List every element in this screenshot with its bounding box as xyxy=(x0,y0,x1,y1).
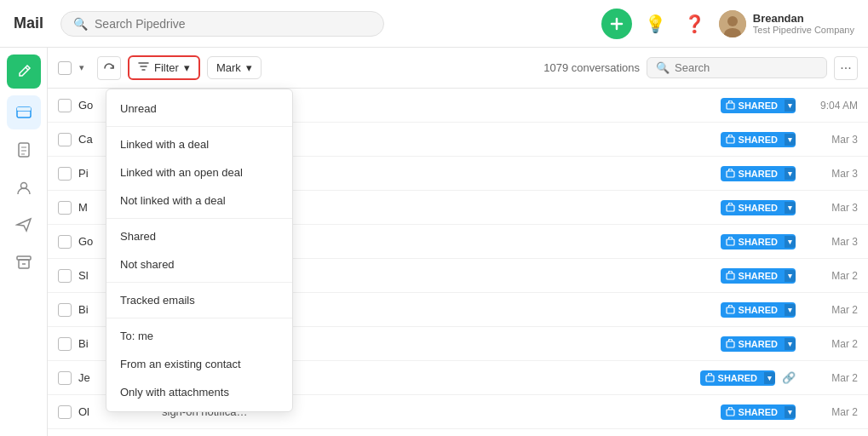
mark-button[interactable]: Mark ▾ xyxy=(207,56,262,79)
app-title: Mail xyxy=(14,14,43,32)
svg-rect-14 xyxy=(727,273,734,279)
email-checkbox[interactable] xyxy=(58,371,72,385)
shared-dropdown-icon[interactable]: ▾ xyxy=(785,202,796,214)
divider xyxy=(106,318,292,318)
layout: ▾ Filter ▾ Mark ▾ xyxy=(0,48,868,436)
filter-label: Filter xyxy=(154,61,179,74)
shared-dropdown-icon[interactable]: ▾ xyxy=(785,338,796,350)
shared-badge[interactable]: SHARED ▾ xyxy=(721,268,796,284)
shared-dropdown-icon[interactable]: ▾ xyxy=(785,406,796,418)
divider xyxy=(106,218,292,219)
select-chevron[interactable]: ▾ xyxy=(73,60,90,77)
filter-option-tracked[interactable]: Tracked emails xyxy=(106,286,292,314)
shared-badge[interactable]: SHARED ▾ xyxy=(721,234,796,250)
email-time: Mar 3 xyxy=(802,168,858,180)
filter-chevron-icon: ▾ xyxy=(184,61,190,74)
sidebar-item-documents[interactable] xyxy=(7,133,41,167)
shared-badge[interactable]: SHARED ▾ xyxy=(721,166,796,181)
sidebar-item-send[interactable] xyxy=(7,208,41,242)
email-time: Mar 2 xyxy=(802,270,858,282)
filter-option-to-me[interactable]: To: me xyxy=(106,322,292,350)
email-checkbox[interactable] xyxy=(58,269,72,283)
help-button[interactable]: ❓ xyxy=(680,9,710,39)
search-icon: 🔍 xyxy=(73,17,88,31)
email-checkbox[interactable] xyxy=(58,405,72,419)
email-time: Mar 3 xyxy=(802,202,858,214)
sidebar-item-edit[interactable] xyxy=(7,54,41,89)
filter-option-with-attachments[interactable]: Only with attachments xyxy=(106,378,292,406)
sidebar xyxy=(0,48,48,436)
filter-option-shared[interactable]: Shared xyxy=(106,222,292,250)
global-search-input[interactable] xyxy=(95,17,371,31)
divider xyxy=(106,126,292,127)
svg-rect-11 xyxy=(727,171,734,177)
topnav-actions: 💡 ❓ Breandan Test Pipedrive Company xyxy=(601,9,854,39)
filter-option-linked-open-deal[interactable]: Linked with an open deal xyxy=(106,158,292,186)
filter-option-unread[interactable]: Unread xyxy=(106,95,292,123)
mark-chevron-icon: ▾ xyxy=(246,61,252,74)
user-name: Breandan xyxy=(753,12,854,26)
mark-label: Mark xyxy=(216,61,241,74)
sidebar-item-inbox[interactable] xyxy=(7,95,41,129)
shared-badge[interactable]: SHARED ▾ xyxy=(721,132,796,147)
lightbulb-button[interactable]: 💡 xyxy=(641,9,671,39)
filter-option-existing-contact[interactable]: From an existing contact xyxy=(106,350,292,378)
shared-label: SHARED xyxy=(739,135,778,145)
email-checkbox[interactable] xyxy=(58,235,72,249)
more-options-button[interactable]: ··· xyxy=(834,56,858,80)
svg-rect-15 xyxy=(727,307,734,313)
toolbar-search-input[interactable] xyxy=(675,61,818,74)
shared-dropdown-icon[interactable]: ▾ xyxy=(764,372,775,384)
email-row[interactable]: Go rity alert New … SHARED ▾ Mar 2 xyxy=(48,429,868,436)
sidebar-item-contacts[interactable] xyxy=(7,170,41,204)
filter-option-not-linked-deal[interactable]: Not linked with a deal xyxy=(106,186,292,215)
filter-dropdown: Unread Linked with a deal Linked with an… xyxy=(106,89,293,412)
svg-rect-18 xyxy=(727,410,734,416)
shared-badge[interactable]: SHARED ▾ xyxy=(721,404,796,420)
shared-badge[interactable]: SHARED ▾ xyxy=(700,370,775,386)
user-avatar-area[interactable]: Breandan Test Pipedrive Company xyxy=(719,10,854,37)
filter-button[interactable]: Filter ▾ xyxy=(128,55,200,80)
filter-option-not-shared[interactable]: Not shared xyxy=(106,250,292,278)
svg-rect-12 xyxy=(727,205,734,211)
svg-rect-9 xyxy=(727,103,734,109)
email-checkbox[interactable] xyxy=(58,201,72,215)
sidebar-item-archive[interactable] xyxy=(7,245,41,279)
shared-badge[interactable]: SHARED ▾ xyxy=(721,302,796,318)
shared-badge[interactable]: SHARED ▾ xyxy=(721,336,796,352)
email-checkbox[interactable] xyxy=(58,337,72,351)
select-all-checkbox[interactable] xyxy=(58,61,72,75)
shared-label: SHARED xyxy=(739,100,778,111)
shared-dropdown-icon[interactable]: ▾ xyxy=(785,134,796,146)
shared-badge[interactable]: SHARED ▾ xyxy=(721,98,796,113)
filter-icon xyxy=(138,61,149,74)
shared-label: SHARED xyxy=(718,373,757,383)
shared-label: SHARED xyxy=(739,237,778,247)
refresh-button[interactable] xyxy=(97,56,121,80)
email-checkbox[interactable] xyxy=(58,133,72,146)
global-search-bar[interactable]: 🔍 xyxy=(60,11,384,37)
topnav: Mail 🔍 💡 ❓ Breandan Test Pipedrive Compa… xyxy=(0,0,868,48)
shared-label: SHARED xyxy=(739,271,778,281)
shared-dropdown-icon[interactable]: ▾ xyxy=(785,100,796,112)
filter-option-linked-deal[interactable]: Linked with a deal xyxy=(106,130,292,158)
divider xyxy=(106,282,292,283)
svg-rect-4 xyxy=(17,107,31,111)
add-button[interactable] xyxy=(601,9,632,39)
shared-label: SHARED xyxy=(739,339,778,349)
shared-dropdown-icon[interactable]: ▾ xyxy=(785,304,796,316)
shared-dropdown-icon[interactable]: ▾ xyxy=(785,270,796,282)
toolbar-search-bar[interactable]: 🔍 xyxy=(647,57,827,78)
email-time: Mar 3 xyxy=(802,134,858,146)
select-all-wrap[interactable]: ▾ xyxy=(58,60,90,77)
main-content: ▾ Filter ▾ Mark ▾ xyxy=(48,48,868,436)
email-time: Mar 3 xyxy=(802,236,858,248)
shared-dropdown-icon[interactable]: ▾ xyxy=(785,168,796,180)
email-checkbox[interactable] xyxy=(58,167,72,181)
svg-rect-10 xyxy=(727,137,734,143)
email-checkbox[interactable] xyxy=(58,303,72,317)
user-company: Test Pipedrive Company xyxy=(753,25,854,35)
shared-dropdown-icon[interactable]: ▾ xyxy=(785,236,796,248)
shared-badge[interactable]: SHARED ▾ xyxy=(721,200,796,215)
email-checkbox[interactable] xyxy=(58,99,72,112)
